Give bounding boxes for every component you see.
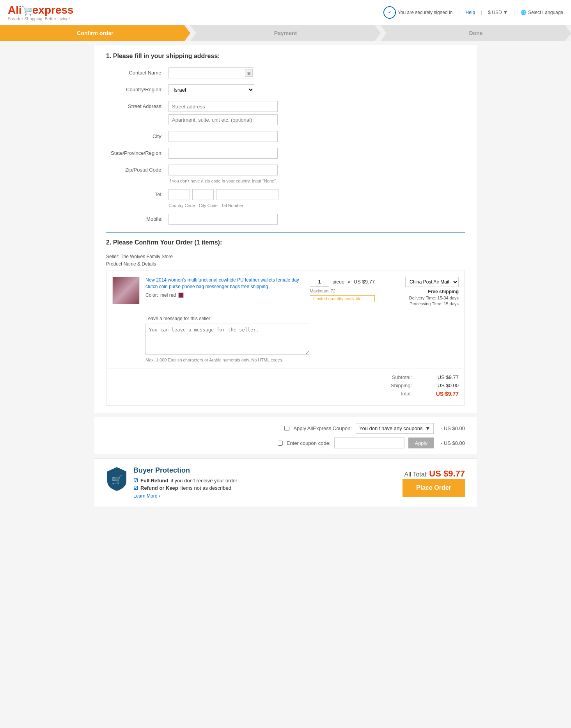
total-row: Total: US $9.77 (112, 391, 459, 397)
logo-subtitle: Smarter Shopping, Better Living! (8, 16, 74, 21)
shipping-area: China Post Air Mail Free shipping Delive… (381, 277, 459, 306)
shipping-total-label: Shipping: (391, 383, 412, 388)
mobile-fields (168, 214, 278, 225)
country-fields: Israel (168, 84, 254, 95)
separator3: | (514, 10, 515, 15)
product-image (112, 277, 140, 304)
seller-name: Seller: The Wolves Family Store (106, 254, 465, 259)
aliexpress-coupon-label: Apply AliExpress Coupon: (284, 425, 352, 431)
bp-content: Buyer Protection ☑ Full Refund if you do… (133, 466, 237, 499)
aliexpress-coupon-checkbox[interactable] (284, 426, 289, 431)
delivery-time: Delivery Time: 15-34 days (381, 296, 459, 300)
step-confirm-order: Confirm order (0, 25, 190, 41)
shipping-total-value: US $0.00 (427, 383, 459, 388)
state-input[interactable] (168, 148, 278, 159)
checkmark1-icon: ☑ (133, 478, 138, 484)
svg-text:🛒: 🛒 (112, 475, 122, 485)
learn-more-arrow: › (158, 493, 160, 499)
shipping-method-select[interactable]: China Post Air Mail (405, 277, 459, 287)
currency-selector[interactable]: $ USD ▼ (488, 10, 508, 15)
aliexpress-coupon-row: Apply AliExpress Coupon: You don't have … (106, 423, 465, 434)
contact-name-input[interactable] (168, 67, 254, 78)
state-label: State/Province/Region: (106, 148, 168, 156)
apply-button[interactable]: Apply (408, 438, 434, 448)
zip-group: Zip/Postal Code: If you don't have a zip… (106, 165, 465, 183)
state-fields (168, 148, 278, 159)
product-header: Product Name & Details (106, 261, 465, 267)
street-fields (168, 101, 278, 125)
main-content: 1. Please fill in your shipping address:… (94, 45, 477, 413)
tel-city-code[interactable] (192, 189, 214, 200)
country-label: Country/Region: (106, 84, 168, 92)
contact-name-group: Contact Name: ⊞ (106, 67, 465, 78)
help-link[interactable]: Help (465, 10, 475, 15)
street-group: Street Address: (106, 101, 465, 125)
bp-item2-suffix: items not as described (181, 485, 231, 491)
coupon-dropdown-chevron: ▼ (425, 425, 430, 431)
tel-country-code[interactable] (168, 189, 190, 200)
processing-time: Processing Time: 15 days (381, 301, 459, 306)
street-address-input[interactable] (168, 101, 278, 112)
subtotal-row: Subtotal: US $9.77 (112, 374, 459, 380)
city-label: City: (106, 131, 168, 139)
country-select[interactable]: Israel (168, 84, 254, 95)
section1-title: 1. Please fill in your shipping address: (106, 53, 465, 60)
product-price: US $9.77 (354, 279, 375, 285)
bp-item2-bold: Refund or Keep (140, 485, 178, 491)
learn-more-link[interactable]: Learn More › (133, 493, 237, 499)
currency-value: $ USD (488, 10, 502, 15)
secure-badge: ✓ You are securely signed in (383, 6, 452, 19)
shipping-total-row: Shipping: US $0.00 (112, 383, 459, 388)
product-name[interactable]: New 2014 women's multifunctional cowhide… (145, 277, 304, 290)
coupon-discount-value: - US $0.00 (438, 425, 465, 431)
total-value: US $9.77 (427, 391, 459, 397)
product-color: Color: mei red (145, 292, 304, 298)
zip-fields: If you don't have a zip code in your cou… (168, 165, 278, 183)
separator1: | (458, 10, 459, 15)
mobile-input[interactable] (168, 214, 278, 225)
step-done: Done (381, 25, 571, 41)
tel-number[interactable] (216, 189, 278, 200)
product-row: New 2014 women's multifunctional cowhide… (106, 271, 465, 312)
no-coupons-text: You don't have any coupons (359, 425, 422, 431)
country-group: Country/Region: Israel (106, 84, 465, 95)
city-group: City: (106, 131, 465, 142)
zip-input[interactable] (168, 165, 278, 175)
tel-hint: Country Code - City Code - Tel Number (168, 203, 278, 208)
step-payment: Payment (190, 25, 381, 41)
color-swatch (178, 292, 184, 298)
subtotal-label: Subtotal: (392, 374, 412, 380)
logo-cart-icon: 🛒 (22, 6, 32, 16)
enter-coupon-label: Enter coupon code: (278, 440, 331, 446)
city-input[interactable] (168, 131, 278, 142)
bp-item2: ☑ Refund or Keep items not as described (133, 485, 237, 491)
code-discount-value: - US $0.00 (438, 440, 465, 446)
multiply-sign: × (348, 279, 351, 285)
product-table: New 2014 women's multifunctional cowhide… (106, 271, 465, 406)
coupon-code-input[interactable] (334, 438, 404, 448)
globe-icon: 🌐 (521, 10, 527, 15)
quantity-input[interactable] (310, 277, 329, 287)
free-shipping-label: Free shipping (381, 289, 459, 294)
contact-name-input-wrapper: ⊞ (168, 67, 254, 78)
message-label: Leave a message for this seller: (145, 316, 459, 321)
place-order-button[interactable]: Place Order (403, 479, 465, 497)
qty-row: piece × US $9.77 (310, 277, 375, 287)
coupon-dropdown[interactable]: You don't have any coupons ▼ (356, 423, 434, 434)
message-textarea[interactable] (145, 324, 309, 355)
max-quantity: Maximum: 72 (310, 289, 375, 293)
step1-label: Confirm order (77, 30, 113, 36)
checkmark2-icon: ☑ (133, 485, 138, 491)
language-selector[interactable]: 🌐 Select Language (521, 10, 563, 15)
apt-input[interactable] (168, 114, 278, 125)
color-value: mei red (160, 292, 176, 298)
logo: Ali🛒express (8, 4, 74, 16)
bp-item1: ☑ Full Refund if you don't receive your … (133, 478, 237, 484)
learn-more-text: Learn More (133, 493, 157, 499)
limited-badge: Limited quantity available (310, 295, 375, 302)
tel-group: Tel: Country Code - City Code - Tel Numb… (106, 189, 465, 208)
contact-name-icon-btn[interactable]: ⊞ (245, 69, 253, 77)
city-fields (168, 131, 278, 142)
coupon-code-checkbox[interactable] (278, 441, 283, 446)
all-total-value: US $9.77 (429, 469, 465, 478)
